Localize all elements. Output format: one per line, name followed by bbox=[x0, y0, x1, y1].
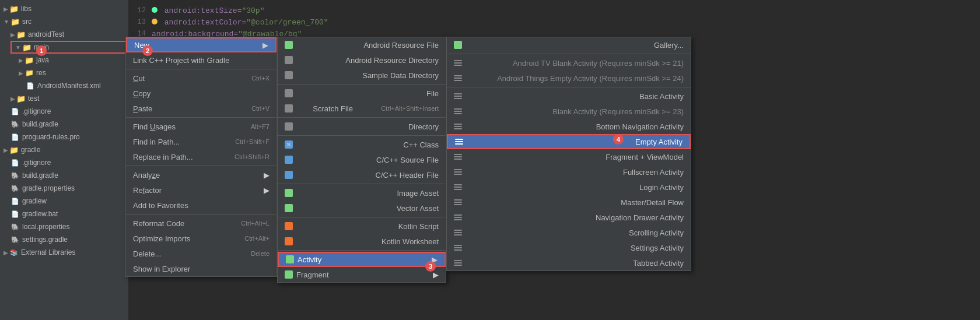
tree-item-gradlew-bat[interactable]: 📄 gradlew.bat bbox=[0, 208, 128, 220]
activity-item-tv-blank[interactable]: Android TV Blank Activity (Requires minS… bbox=[447, 55, 691, 71]
activity-item-label: Fullscreen Activity bbox=[623, 168, 684, 177]
activity-icon bbox=[286, 255, 294, 263]
menu-item-find-usages[interactable]: Find Usages Alt+F7 bbox=[126, 119, 276, 134]
collapse-arrow: ▶ bbox=[10, 31, 15, 38]
submenu-new-item-image-asset[interactable]: Image Asset bbox=[278, 185, 446, 201]
submenu-new-item-vector-asset[interactable]: Vector Asset bbox=[278, 201, 446, 216]
menu-item-favorites[interactable]: Add to Favorites bbox=[126, 198, 276, 213]
tree-item-gradle[interactable]: ▶ 📁 gradle bbox=[0, 143, 128, 156]
activity-item-bottom-nav[interactable]: Bottom Navigation Activity bbox=[447, 119, 691, 134]
menu-item-paste[interactable]: Paste Ctrl+V bbox=[126, 101, 276, 116]
manifest-icon: 📄 bbox=[26, 81, 35, 90]
folder-icon: 📁 bbox=[9, 145, 19, 154]
code-content: android:textSize="30p" bbox=[152, 6, 980, 15]
menu-divider bbox=[278, 84, 446, 85]
tree-item-gitignore1[interactable]: 📄 .gitignore bbox=[0, 105, 128, 118]
activity-item-empty[interactable]: Empty Activity bbox=[447, 134, 691, 149]
activity-item-blank[interactable]: Blank Activity (Requires minSdk >= 23) bbox=[447, 104, 691, 119]
submenu-arrow-icon: ▶ bbox=[433, 270, 439, 279]
gradle-icon: 🐘 bbox=[10, 222, 20, 231]
tree-item-local-props[interactable]: 🐘 local.properties bbox=[0, 220, 128, 233]
activity-item-scrolling[interactable]: Scrolling Activity bbox=[447, 225, 691, 240]
menu-item-reformat[interactable]: Reformat Code Ctrl+Alt+L bbox=[126, 216, 276, 231]
android-icon bbox=[285, 189, 293, 197]
tree-item-main[interactable]: ▼ 📁 main bbox=[10, 41, 127, 54]
activity-item-basic[interactable]: Basic Activity bbox=[447, 89, 691, 104]
activity-item-things-empty[interactable]: Android Things Empty Activity (Requires … bbox=[447, 71, 691, 86]
lines-icon bbox=[454, 244, 462, 252]
submenu-new-item-file[interactable]: File bbox=[278, 86, 446, 101]
file-icon: 📄 bbox=[10, 209, 20, 219]
tree-item-gradle-props[interactable]: 🐘 gradle.properties bbox=[0, 182, 128, 195]
activity-item-fullscreen[interactable]: Fullscreen Activity bbox=[447, 164, 691, 180]
menu-item-refactor[interactable]: Refactor ▶ bbox=[126, 182, 276, 198]
collapse-arrow: ▶ bbox=[19, 57, 23, 64]
collapse-arrow: ▶ bbox=[10, 96, 15, 102]
cpp-icon bbox=[285, 171, 293, 179]
menu-item-cut[interactable]: Cut Ctrl+X bbox=[126, 71, 276, 86]
lines-icon bbox=[454, 168, 462, 176]
submenu-new-item-activity[interactable]: Activity ▶ bbox=[278, 252, 446, 267]
tree-label: settings.gradle bbox=[22, 235, 68, 244]
menu-shortcut-reformat: Ctrl+Alt+L bbox=[241, 220, 270, 227]
collapse-arrow: ▼ bbox=[15, 44, 21, 51]
submenu-new-item-kotlin-worksheet[interactable]: Kotlin Worksheet bbox=[278, 234, 446, 249]
lines-icon bbox=[454, 122, 462, 131]
tree-item-gitignore2[interactable]: 📄 .gitignore bbox=[0, 156, 128, 169]
activity-item-gallery[interactable]: Gallery... bbox=[447, 37, 691, 52]
code-line-13: 13 android:textColor="@color/green_700" bbox=[128, 16, 980, 28]
menu-divider bbox=[278, 135, 446, 136]
activity-item-nav-drawer[interactable]: Navigation Drawer Activity bbox=[447, 210, 691, 225]
tree-item-res[interactable]: ▶ 📁 res bbox=[0, 66, 128, 79]
tree-item-java[interactable]: ▶ 📁 java bbox=[0, 54, 128, 66]
activity-item-master-detail[interactable]: Master/Detail Flow bbox=[447, 195, 691, 210]
code-line-12: 12 android:textSize="30p" bbox=[128, 5, 980, 16]
tree-item-build-gradle2[interactable]: 🐘 build.gradle bbox=[0, 169, 128, 182]
lines-icon bbox=[454, 198, 462, 206]
tree-item-settings-gradle[interactable]: 🐘 settings.gradle bbox=[0, 233, 128, 246]
activity-item-tabbed[interactable]: Tabbed Activity bbox=[447, 255, 691, 270]
tree-item-androidTest[interactable]: ▶ 📁 androidTest bbox=[0, 28, 128, 41]
menu-item-delete[interactable]: Delete... Delete bbox=[126, 246, 276, 261]
tree-item-manifest[interactable]: 📄 AndroidManifest.xml bbox=[0, 79, 128, 92]
activity-icon bbox=[454, 41, 462, 49]
submenu-new-item-scratch[interactable]: Scratch File Ctrl+Alt+Shift+Insert bbox=[278, 101, 446, 116]
menu-item-analyze[interactable]: Analyze ▶ bbox=[126, 167, 276, 182]
tree-item-external-libs[interactable]: ▶ 📚 External Libraries bbox=[0, 246, 128, 259]
tree-item-gradlew[interactable]: 📄 gradlew bbox=[0, 195, 128, 208]
menu-item-optimize-imports[interactable]: Optimize Imports Ctrl+Alt+ bbox=[126, 231, 276, 246]
submenu-new-item-kotlin-script[interactable]: Kotlin Script bbox=[278, 219, 446, 234]
submenu-new-item-cpp-header[interactable]: C/C++ Header File bbox=[278, 167, 446, 182]
tree-item-libs[interactable]: ▶ 📁 libs bbox=[0, 2, 128, 15]
menu-item-copy[interactable]: Copy bbox=[126, 86, 276, 101]
tree-item-test[interactable]: ▶ 📁 test bbox=[0, 92, 128, 105]
tree-item-proguard[interactable]: 📄 proguard-rules.pro bbox=[0, 131, 128, 143]
submenu-new-item-cpp-class[interactable]: S C++ Class bbox=[278, 137, 446, 152]
file-icon: 📄 bbox=[10, 158, 20, 167]
tree-item-src[interactable]: ▼ 📁 src bbox=[0, 15, 128, 28]
collapse-arrow: ▶ bbox=[4, 147, 8, 153]
menu-shortcut-optimize: Ctrl+Alt+ bbox=[244, 235, 270, 242]
submenu-new-item-sample-data[interactable]: Sample Data Directory bbox=[278, 68, 446, 83]
tree-label: gradlew bbox=[22, 197, 47, 205]
activity-item-login[interactable]: Login Activity bbox=[447, 180, 691, 195]
file-icon: 📄 bbox=[10, 132, 20, 142]
tree-item-build-gradle1[interactable]: 🐘 build.gradle bbox=[0, 118, 128, 131]
activity-item-settings[interactable]: Settings Activity bbox=[447, 240, 691, 255]
submenu-new-item-label: C++ Class bbox=[403, 140, 439, 149]
activity-item-fragment-viewmodel[interactable]: Fragment + ViewModel bbox=[447, 149, 691, 164]
submenu-new-item-cpp-source[interactable]: C/C++ Source File bbox=[278, 152, 446, 167]
folder-icon: 📁 bbox=[16, 94, 26, 103]
submenu-new-item-android-resource-file[interactable]: Android Resource File bbox=[278, 37, 446, 52]
menu-item-find-path[interactable]: Find in Path... Ctrl+Shift+F bbox=[126, 134, 276, 149]
tree-label: build.gradle bbox=[22, 171, 58, 180]
menu-divider bbox=[126, 214, 276, 214]
submenu-new-item-directory[interactable]: Directory bbox=[278, 119, 446, 134]
menu-divider bbox=[278, 250, 446, 251]
menu-item-show-explorer[interactable]: Show in Explorer bbox=[126, 261, 276, 276]
submenu-new-item-android-resource-dir[interactable]: Android Resource Directory bbox=[278, 52, 446, 68]
android-icon bbox=[285, 41, 293, 49]
menu-item-replace-path[interactable]: Replace in Path... Ctrl+Shift+R bbox=[126, 149, 276, 164]
submenu-new-item-fragment[interactable]: Fragment ▶ bbox=[278, 267, 446, 282]
menu-divider bbox=[278, 184, 446, 184]
